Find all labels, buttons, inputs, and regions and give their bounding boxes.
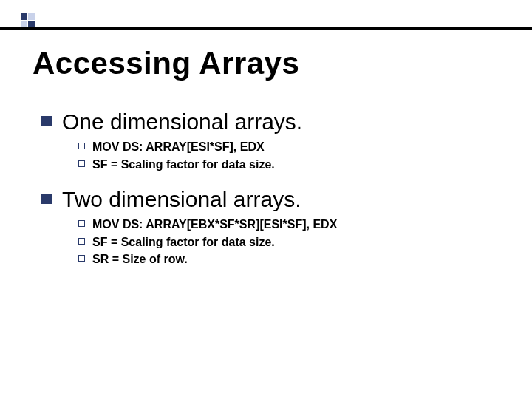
subitem-text: SR = Size of row. <box>92 251 188 267</box>
hollow-square-bullet-icon <box>78 143 85 149</box>
bullet-level1: One dimensional arrays. <box>41 109 502 134</box>
bullet-level2: SF = Scaling factor for data size. <box>78 234 502 250</box>
subitems: MOV DS: ARRAY[ESI*SF], EDX SF = Scaling … <box>78 139 502 172</box>
subitems: MOV DS: ARRAY[EBX*SF*SR][ESI*SF], EDX SF… <box>78 216 502 267</box>
bullet-level2: SR = Size of row. <box>78 251 502 267</box>
divider <box>0 27 532 30</box>
bullet-level2: MOV DS: ARRAY[ESI*SF], EDX <box>78 139 502 155</box>
corner-accent <box>21 13 35 28</box>
hollow-square-bullet-icon <box>78 255 85 262</box>
section-heading: One dimensional arrays. <box>62 109 302 134</box>
subitem-text: SF = Scaling factor for data size. <box>92 157 275 173</box>
hollow-square-bullet-icon <box>78 238 85 245</box>
subitem-text: SF = Scaling factor for data size. <box>92 234 275 250</box>
square-bullet-icon <box>41 194 52 204</box>
hollow-square-bullet-icon <box>78 220 85 227</box>
slide: Accessing Arrays One dimensional arrays.… <box>0 0 532 399</box>
slide-content: One dimensional arrays. MOV DS: ARRAY[ES… <box>41 109 502 282</box>
accent-square-icon <box>21 13 27 20</box>
bullet-level2: MOV DS: ARRAY[EBX*SF*SR][ESI*SF], EDX <box>78 216 502 233</box>
section-heading: Two dimensional arrays. <box>62 187 301 212</box>
square-bullet-icon <box>41 116 52 126</box>
slide-title: Accessing Arrays <box>33 46 299 81</box>
hollow-square-bullet-icon <box>78 160 85 167</box>
bullet-level2: SF = Scaling factor for data size. <box>78 157 502 173</box>
accent-square-icon <box>28 13 35 20</box>
subitem-text: MOV DS: ARRAY[ESI*SF], EDX <box>92 139 265 155</box>
subitem-text: MOV DS: ARRAY[EBX*SF*SR][ESI*SF], EDX <box>92 216 337 233</box>
bullet-level1: Two dimensional arrays. <box>41 187 502 212</box>
